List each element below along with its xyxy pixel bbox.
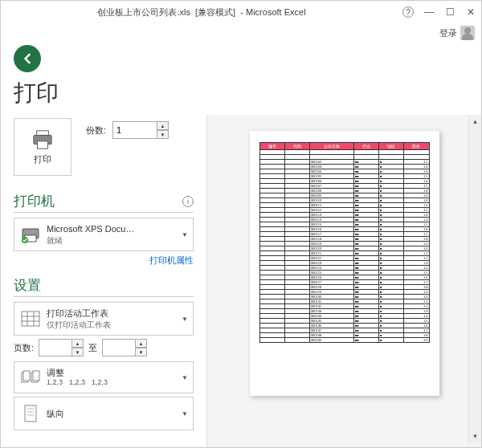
copies-down[interactable]: ▼ [157,130,169,139]
pages-to-label: 至 [88,342,97,354]
printer-dropdown[interactable]: Microsoft XPS Docu… 就绪 ▼ [14,218,194,251]
printer-icon [31,129,55,150]
copies-input[interactable] [112,121,157,139]
orientation-dropdown[interactable]: 纵向 ▼ [14,397,194,430]
titlebar: 创业板上市公司列表.xls [兼容模式] - Microsoft Excel ?… [1,1,481,23]
print-button[interactable]: 打印 [14,118,71,176]
printer-name: Microsoft XPS Docu… [47,223,177,234]
preview-page: 编号代码公司名称行业地区股价 300102■■■1.2300103■■■1.33… [250,131,439,396]
chevron-down-icon: ▼ [182,231,188,238]
pages-label: 页数: [14,343,34,352]
copies-label: 份数: [86,124,106,136]
scroll-up-icon[interactable]: ▲ [469,115,481,128]
avatar-icon[interactable] [460,26,475,40]
svg-rect-13 [23,371,30,381]
minimize-icon[interactable]: — [423,6,435,18]
worksheet-icon [19,307,42,330]
portrait-icon [19,402,42,425]
scroll-down-icon[interactable]: ▼ [469,430,481,442]
page-title: 打印 [1,75,481,115]
preview-table: 编号代码公司名称行业地区股价 300102■■■1.2300103■■■1.33… [259,142,430,343]
scrollbar-vertical[interactable]: ▲ ▼ [468,115,481,442]
collate-icon [19,366,42,389]
back-button[interactable] [14,45,41,72]
help-icon[interactable]: ? [402,6,414,18]
account-bar: 登录 [1,23,481,43]
svg-rect-15 [33,371,39,381]
printer-properties-link[interactable]: 打印机属性 [14,255,194,267]
collate-dropdown[interactable]: 调整 1,2,3 1,2,3 1,2,3 ▼ [14,361,194,393]
svg-rect-2 [38,141,48,148]
printer-section-header: 打印机 i [14,192,194,213]
svg-rect-7 [22,312,39,326]
restore-icon[interactable]: ☐ [444,6,455,18]
titlebar-text: 创业板上市公司列表.xls [兼容模式] - Microsoft Excel [1,6,402,18]
svg-rect-16 [25,405,36,422]
info-icon[interactable]: i [182,196,194,207]
printer-status: 就绪 [47,235,177,246]
printer-device-icon [19,223,42,246]
svg-point-6 [22,237,28,243]
signin-link[interactable]: 登录 [439,27,457,39]
preview-panel: 编号代码公司名称行业地区股价 300102■■■1.2300103■■■1.33… [206,115,481,448]
close-icon[interactable]: ✕ [465,6,476,18]
chevron-down-icon: ▼ [182,374,188,381]
svg-rect-0 [37,130,49,135]
settings-section-header: 设置 [14,276,194,297]
copies-up[interactable]: ▲ [157,121,169,130]
chevron-down-icon: ▼ [182,316,188,323]
svg-point-3 [47,136,49,138]
copies-spinner[interactable]: ▲ ▼ [112,121,169,139]
print-scope-dropdown[interactable]: 打印活动工作表 仅打印活动工作表 ▼ [14,302,194,336]
page-to-input[interactable] [102,339,136,356]
page-from-input[interactable] [39,339,72,356]
page-to-spinner[interactable]: ▲▼ [102,339,147,356]
left-panel: 打印 份数: ▲ ▼ 打印机 i [1,115,206,448]
page-from-spinner[interactable]: ▲▼ [39,339,84,356]
chevron-down-icon: ▼ [182,410,188,417]
